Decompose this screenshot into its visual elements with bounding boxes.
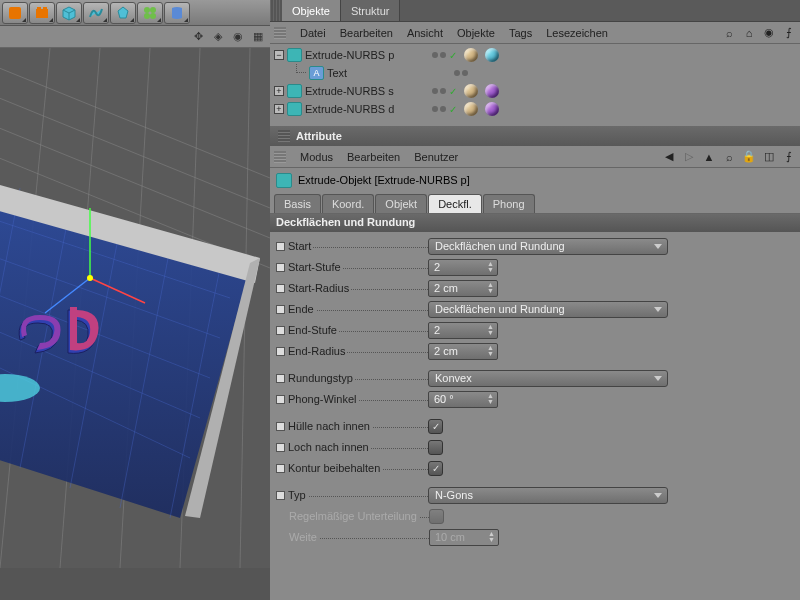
menu-edit[interactable]: Bearbeiten <box>340 27 393 39</box>
anim-toggle[interactable] <box>276 464 285 473</box>
end-radius-spinner[interactable]: 2 cm▲▼ <box>428 343 498 360</box>
anim-toggle[interactable] <box>276 305 285 314</box>
nurbs-tool[interactable] <box>110 2 136 24</box>
svg-rect-3 <box>37 7 41 9</box>
tab-phong[interactable]: Phong <box>483 194 535 213</box>
material-tag-icon[interactable] <box>464 84 478 98</box>
render-tool[interactable] <box>29 2 55 24</box>
svg-point-7 <box>144 13 150 19</box>
anim-toggle[interactable] <box>276 491 285 500</box>
visibility-check-icon[interactable]: ✓ <box>449 50 457 61</box>
start-stufe-spinner[interactable]: 2▲▼ <box>428 259 498 276</box>
grip-icon <box>270 0 282 21</box>
tab-objekt[interactable]: Objekt <box>375 194 427 213</box>
object-tree[interactable]: − Extrude-NURBS p ✓ A Text + Extrude-NUR… <box>270 44 800 126</box>
svg-point-5 <box>144 7 150 13</box>
zoom-view-icon[interactable]: ◈ <box>210 29 226 45</box>
label-end-radius: End-Radius <box>288 345 428 357</box>
start-dropdown[interactable]: Deckflächen und Rundung <box>428 238 668 255</box>
menu-file[interactable]: Datei <box>300 27 326 39</box>
home-icon[interactable]: ⌂ <box>742 26 756 40</box>
tree-row[interactable]: A Text <box>274 64 796 82</box>
function-icon[interactable]: ⨍ <box>782 150 796 164</box>
menu-objects[interactable]: Objekte <box>457 27 495 39</box>
search-icon[interactable]: ⌕ <box>722 26 736 40</box>
rotate-view-icon[interactable]: ◉ <box>230 29 246 45</box>
anim-toggle[interactable] <box>276 374 285 383</box>
tab-structure[interactable]: Struktur <box>341 0 401 21</box>
tree-row[interactable]: − Extrude-NURBS p ✓ <box>274 46 796 64</box>
move-view-icon[interactable]: ✥ <box>190 29 206 45</box>
tree-label[interactable]: Extrude-NURBS d <box>305 103 425 115</box>
tab-objects[interactable]: Objekte <box>282 0 341 21</box>
menu-bookmarks[interactable]: Lesezeichen <box>546 27 608 39</box>
tree-label[interactable]: Extrude-NURBS s <box>305 85 425 97</box>
tree-label[interactable]: Extrude-NURBS p <box>305 49 425 61</box>
phong-tag-icon[interactable] <box>485 84 499 98</box>
phong-winkel-spinner[interactable]: 60 °▲▼ <box>428 391 498 408</box>
huelle-checkbox[interactable]: ✓ <box>428 419 443 434</box>
objects-menu: Datei Bearbeiten Ansicht Objekte Tags Le… <box>270 22 800 44</box>
grip-icon <box>274 27 286 39</box>
end-stufe-spinner[interactable]: 2▲▼ <box>428 322 498 339</box>
phong-tag-icon[interactable] <box>485 48 499 62</box>
anim-toggle[interactable] <box>276 443 285 452</box>
eye-icon[interactable]: ◉ <box>762 26 776 40</box>
visibility-check-icon[interactable]: ✓ <box>449 86 457 97</box>
cube-tool[interactable] <box>56 2 82 24</box>
material-tag-icon[interactable] <box>464 102 478 116</box>
layout-view-icon[interactable]: ▦ <box>250 29 266 45</box>
deformer-tool[interactable] <box>164 2 190 24</box>
start-radius-spinner[interactable]: 2 cm▲▼ <box>428 280 498 297</box>
extrude-icon <box>276 173 292 188</box>
typ-dropdown[interactable]: N-Gons <box>428 487 668 504</box>
expand-icon[interactable]: + <box>274 86 284 96</box>
grip-icon <box>278 130 290 142</box>
new-window-icon[interactable]: ◫ <box>762 150 776 164</box>
tree-label[interactable]: Text <box>327 67 447 79</box>
menu-user[interactable]: Benutzer <box>414 151 458 163</box>
svg-point-6 <box>150 7 156 13</box>
forward-icon[interactable]: ▷ <box>682 150 696 164</box>
expand-icon[interactable]: + <box>274 104 284 114</box>
menu-mode[interactable]: Modus <box>300 151 333 163</box>
perspective-viewport[interactable] <box>0 48 270 600</box>
tree-row[interactable]: + Extrude-NURBS s ✓ <box>274 82 796 100</box>
anim-toggle[interactable] <box>276 395 285 404</box>
function-icon[interactable]: ⨍ <box>782 26 796 40</box>
kontur-checkbox[interactable]: ✓ <box>428 461 443 476</box>
menu-tags[interactable]: Tags <box>509 27 532 39</box>
tree-row[interactable]: + Extrude-NURBS d ✓ <box>274 100 796 118</box>
anim-toggle[interactable] <box>276 242 285 251</box>
text-icon: A <box>309 66 324 80</box>
anim-toggle[interactable] <box>276 263 285 272</box>
array-tool[interactable] <box>137 2 163 24</box>
visibility-check-icon[interactable]: ✓ <box>449 104 457 115</box>
menu-edit[interactable]: Bearbeiten <box>347 151 400 163</box>
label-phong-winkel: Phong-Winkel <box>288 393 428 405</box>
anim-toggle[interactable] <box>276 347 285 356</box>
up-icon[interactable]: ▲ <box>702 150 716 164</box>
live-select-tool[interactable] <box>2 2 28 24</box>
rundungstyp-dropdown[interactable]: Konvex <box>428 370 668 387</box>
collapse-icon[interactable]: − <box>274 50 284 60</box>
anim-toggle[interactable] <box>276 284 285 293</box>
attribute-header: Attribute <box>270 126 800 146</box>
grip-icon <box>274 151 286 163</box>
phong-tag-icon[interactable] <box>485 102 499 116</box>
material-tag-icon[interactable] <box>464 48 478 62</box>
anim-toggle[interactable] <box>276 422 285 431</box>
tab-deckfl[interactable]: Deckfl. <box>428 194 482 213</box>
tab-basis[interactable]: Basis <box>274 194 321 213</box>
extrude-icon <box>287 48 302 62</box>
ende-dropdown[interactable]: Deckflächen und Rundung <box>428 301 668 318</box>
menu-view[interactable]: Ansicht <box>407 27 443 39</box>
anim-toggle[interactable] <box>276 326 285 335</box>
search-icon[interactable]: ⌕ <box>722 150 736 164</box>
label-ende: Ende <box>288 303 428 315</box>
back-icon[interactable]: ◀ <box>662 150 676 164</box>
tab-koord[interactable]: Koord. <box>322 194 374 213</box>
lock-icon[interactable]: 🔒 <box>742 150 756 164</box>
loch-checkbox[interactable] <box>428 440 443 455</box>
spline-tool[interactable] <box>83 2 109 24</box>
